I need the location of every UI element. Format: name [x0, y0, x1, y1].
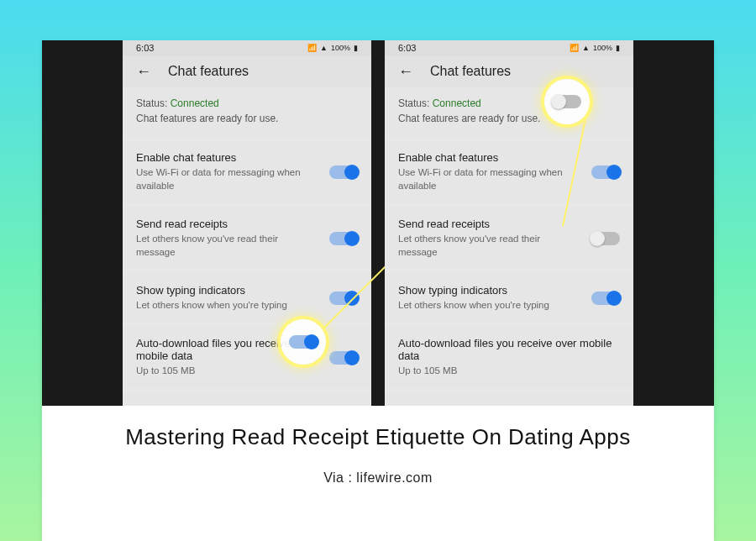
- status-bar: 6:03 📶 ▲ 100% ▮: [123, 40, 371, 55]
- setting-sub: Let others know when you're typing: [136, 298, 319, 312]
- setting-sub: Let others know when you're typing: [398, 298, 581, 312]
- setting-sub: Use Wi-Fi or data for messaging when ava…: [136, 165, 319, 192]
- battery-icon: ▮: [354, 44, 358, 52]
- setting-enable-chat[interactable]: Enable chat features Use Wi-Fi or data f…: [123, 141, 371, 202]
- clock: 6:03: [136, 43, 154, 53]
- setting-typing-indicators[interactable]: Show typing indicators Let others know w…: [385, 274, 633, 322]
- header-title: Chat features: [430, 64, 511, 79]
- learn-more-rest: about chat features: [190, 405, 283, 406]
- setting-auto-download[interactable]: Auto-download files you receive over mob…: [385, 327, 633, 387]
- battery-level: 100%: [331, 44, 350, 52]
- setting-title: Send read receipts: [398, 218, 581, 230]
- status-sub: Chat features are ready for use.: [136, 111, 358, 126]
- setting-read-receipts[interactable]: Send read receipts Let others know you'v…: [385, 207, 633, 269]
- setting-typing-indicators[interactable]: Show typing indicators Let others know w…: [123, 274, 371, 322]
- toggle-typing-indicators[interactable]: [329, 292, 358, 305]
- battery-level: 100%: [593, 44, 612, 52]
- screenshots-container: 6:03 📶 ▲ 100% ▮ ← Chat features Status: …: [42, 40, 714, 406]
- setting-sub: Use Wi-Fi or data for messaging when ava…: [398, 165, 581, 192]
- clock: 6:03: [398, 43, 416, 53]
- status-sub: Chat features are ready for use.: [398, 111, 620, 126]
- setting-sub: Up to 105 MB: [398, 364, 620, 377]
- status-value: Connected: [171, 97, 219, 109]
- setting-read-receipts[interactable]: Send read receipts Let others know you'v…: [123, 207, 371, 269]
- setting-title: Auto-download files you receive over mob…: [136, 337, 319, 362]
- article-card: 6:03 📶 ▲ 100% ▮ ← Chat features Status: …: [42, 40, 714, 541]
- header-title: Chat features: [168, 64, 249, 79]
- battery-icon: ▮: [616, 44, 620, 52]
- learn-more-row: Learn more about chat features: [385, 393, 633, 406]
- status-label: Status:: [136, 97, 171, 109]
- app-header: ← Chat features: [123, 55, 371, 87]
- connection-status: Status: Connected Chat features are read…: [385, 87, 633, 136]
- status-value: Connected: [433, 97, 481, 109]
- setting-enable-chat[interactable]: Enable chat features Use Wi-Fi or data f…: [385, 141, 633, 202]
- signal-icon: ▲: [320, 44, 328, 52]
- toggle-enable-chat[interactable]: [591, 165, 620, 179]
- connection-status: Status: Connected Chat features are read…: [123, 87, 371, 136]
- signal-icon: ▲: [582, 44, 590, 52]
- phone-screenshot-left: 6:03 📶 ▲ 100% ▮ ← Chat features Status: …: [123, 40, 371, 406]
- toggle-read-receipts[interactable]: [591, 232, 620, 245]
- network-icon: 📶: [307, 44, 317, 52]
- setting-title: Enable chat features: [136, 151, 319, 164]
- setting-sub: Let others know you've read their messag…: [136, 232, 319, 259]
- back-icon[interactable]: ←: [398, 64, 413, 79]
- back-icon[interactable]: ←: [136, 64, 151, 79]
- setting-auto-download[interactable]: Auto-download files you receive over mob…: [123, 327, 371, 387]
- toggle-enable-chat[interactable]: [329, 165, 358, 179]
- toggle-read-receipts[interactable]: [329, 232, 358, 245]
- status-bar: 6:03 📶 ▲ 100% ▮: [385, 40, 633, 55]
- setting-title: Show typing indicators: [398, 284, 581, 297]
- setting-title: Auto-download files you receive over mob…: [398, 337, 620, 362]
- status-label: Status:: [398, 97, 433, 109]
- phone-screenshot-right: 6:03 📶 ▲ 100% ▮ ← Chat features Status: …: [385, 40, 633, 406]
- setting-sub: Up to 105 MB: [136, 364, 319, 377]
- status-icons: 📶 ▲ 100% ▮: [307, 44, 358, 52]
- setting-title: Send read receipts: [136, 218, 319, 230]
- toggle-typing-indicators[interactable]: [591, 292, 620, 305]
- article-source: Via : lifewire.com: [59, 470, 697, 486]
- learn-more-rest: about chat features: [452, 405, 545, 406]
- learn-more-link[interactable]: Learn more: [136, 405, 190, 406]
- status-icons: 📶 ▲ 100% ▮: [570, 44, 620, 52]
- network-icon: 📶: [570, 44, 579, 52]
- caption-block: Mastering Read Receipt Etiquette On Dati…: [42, 406, 714, 507]
- setting-title: Show typing indicators: [136, 284, 319, 297]
- learn-more-row: Learn more about chat features: [123, 393, 371, 406]
- setting-title: Enable chat features: [398, 151, 581, 164]
- setting-sub: Let others know you've read their messag…: [398, 232, 581, 259]
- learn-more-link[interactable]: Learn more: [398, 405, 452, 406]
- toggle-auto-download[interactable]: [329, 351, 358, 365]
- app-header: ← Chat features: [385, 55, 633, 87]
- article-title: Mastering Read Receipt Etiquette On Dati…: [59, 424, 697, 450]
